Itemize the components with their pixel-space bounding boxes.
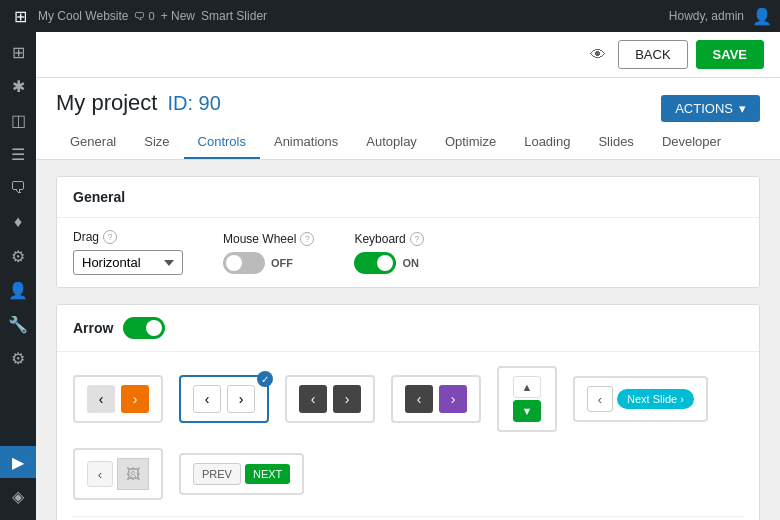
- tab-loading[interactable]: Loading: [510, 126, 584, 159]
- save-button[interactable]: SAVE: [696, 40, 764, 69]
- updown-preview: ▲ ▼: [513, 376, 541, 422]
- keyboard-toggle[interactable]: [354, 252, 396, 274]
- arrow-next-text[interactable]: NEXT: [245, 464, 290, 484]
- arrow-next-4[interactable]: ›: [439, 385, 467, 413]
- sidebar-users-icon[interactable]: 👤: [0, 274, 36, 306]
- arrow-option-1[interactable]: ‹ ›: [73, 375, 163, 423]
- sidebar: ⊞ ✱ ◫ ☰ 🗨 ♦ ⚙ 👤 🔧 ⚙ ▶ ◈: [0, 32, 36, 520]
- arrow-options-row: ‹ › ✓ ‹ › ‹ ›: [73, 366, 743, 500]
- site-name[interactable]: My Cool Website: [38, 9, 128, 23]
- preview-icon[interactable]: 👁: [590, 46, 606, 64]
- keyboard-state: ON: [402, 257, 419, 269]
- sidebar-plugins-icon[interactable]: ⚙: [0, 240, 36, 272]
- howdy-text: Howdy, admin: [669, 9, 744, 23]
- top-toolbar: 👁 BACK SAVE: [36, 32, 780, 78]
- drag-select[interactable]: Horizontal Vertical Both Off: [73, 250, 183, 275]
- arrow-option-3[interactable]: ‹ ›: [285, 375, 375, 423]
- arrow-section: Arrow ‹ › ✓: [56, 304, 760, 520]
- arrow-section-title: Arrow: [73, 320, 113, 336]
- sidebar-media-icon[interactable]: ◫: [0, 104, 36, 136]
- arrow-up-5[interactable]: ▲: [513, 376, 541, 398]
- keyboard-control: Keyboard ? ON: [354, 232, 423, 274]
- chevron-down-icon: ▾: [739, 101, 746, 116]
- project-header: My project ID: 90 ACTIONS ▾ General Size…: [36, 78, 780, 160]
- mouse-wheel-label: Mouse Wheel: [223, 232, 296, 246]
- tab-developer[interactable]: Developer: [648, 126, 735, 159]
- arrow-option-6[interactable]: ‹ Next Slide ›: [573, 376, 708, 422]
- selected-check-icon: ✓: [257, 371, 273, 387]
- sidebar-pages-icon[interactable]: ☰: [0, 138, 36, 170]
- arrow-prev-text[interactable]: PREV: [193, 463, 241, 485]
- sidebar-home-icon[interactable]: ⊞: [0, 36, 36, 68]
- arrow-prev-1[interactable]: ‹: [87, 385, 115, 413]
- content-area: General Drag ? Horizontal Vertical Both: [36, 160, 780, 520]
- arrow-next-3[interactable]: ›: [333, 385, 361, 413]
- arrow-next-2[interactable]: ›: [227, 385, 255, 413]
- mouse-wheel-control: Mouse Wheel ? OFF: [223, 232, 314, 274]
- tab-general[interactable]: General: [56, 126, 130, 159]
- next-slide-preview: ‹ Next Slide ›: [587, 386, 694, 412]
- mouse-wheel-state: OFF: [271, 257, 293, 269]
- arrow-down-5[interactable]: ▼: [513, 400, 541, 422]
- general-section-title: General: [73, 189, 125, 205]
- arrow-next-1[interactable]: ›: [121, 385, 149, 413]
- wp-logo-icon: ⊞: [8, 4, 32, 28]
- plugin-name: Smart Slider: [201, 9, 267, 23]
- sidebar-posts-icon[interactable]: ✱: [0, 70, 36, 102]
- text-arrow-preview: PREV NEXT: [193, 463, 290, 485]
- keyboard-label: Keyboard: [354, 232, 405, 246]
- tab-controls[interactable]: Controls: [184, 126, 260, 159]
- general-controls-row: Drag ? Horizontal Vertical Both Off: [57, 218, 759, 287]
- arrow-prev-4[interactable]: ‹: [405, 385, 433, 413]
- arrow-option-5[interactable]: ▲ ▼: [497, 366, 557, 432]
- main-content: 👁 BACK SAVE My project ID: 90 ACTIONS ▾ …: [36, 32, 780, 520]
- project-title: My project ID: 90: [56, 90, 221, 116]
- arrow-option-7[interactable]: ‹ 🖼: [73, 448, 163, 500]
- sidebar-tools-icon[interactable]: 🔧: [0, 308, 36, 340]
- comments-icon[interactable]: 🗨 0: [134, 10, 154, 22]
- mouse-wheel-help-icon[interactable]: ?: [300, 232, 314, 246]
- arrow-toggle[interactable]: [123, 317, 165, 339]
- arrow-prev-2[interactable]: ‹: [193, 385, 221, 413]
- tab-slides[interactable]: Slides: [584, 126, 647, 159]
- sidebar-comments-icon[interactable]: 🗨: [0, 172, 36, 204]
- tabs-nav: General Size Controls Animations Autopla…: [56, 126, 760, 159]
- general-section: General Drag ? Horizontal Vertical Both: [56, 176, 760, 288]
- next-slide-pill[interactable]: Next Slide ›: [617, 389, 694, 409]
- arrow-prev-7[interactable]: ‹: [87, 461, 113, 487]
- back-button[interactable]: BACK: [618, 40, 687, 69]
- actions-button[interactable]: ACTIONS ▾: [661, 95, 760, 122]
- drag-help-icon[interactable]: ?: [103, 230, 117, 244]
- sidebar-extra-icon[interactable]: ◈: [0, 480, 36, 512]
- arrow-bottom-controls: Previous ‹ › Color FFFFFFCC: [73, 516, 743, 520]
- mouse-wheel-toggle[interactable]: [223, 252, 265, 274]
- project-id: ID: 90: [167, 92, 220, 115]
- drag-label: Drag: [73, 230, 99, 244]
- tab-optimize[interactable]: Optimize: [431, 126, 510, 159]
- sidebar-appearance-icon[interactable]: ♦: [0, 206, 36, 238]
- arrow-image-icon: 🖼: [117, 458, 149, 490]
- arrow-option-2[interactable]: ✓ ‹ ›: [179, 375, 269, 423]
- admin-bar: ⊞ My Cool Website 🗨 0 + New Smart Slider…: [0, 0, 780, 32]
- image-arrow-preview: ‹ 🖼: [87, 458, 149, 490]
- tab-size[interactable]: Size: [130, 126, 183, 159]
- drag-control: Drag ? Horizontal Vertical Both Off: [73, 230, 183, 275]
- sidebar-smartslider-icon[interactable]: ▶: [0, 446, 36, 478]
- sidebar-settings-icon[interactable]: ⚙: [0, 342, 36, 374]
- tab-autoplay[interactable]: Autoplay: [352, 126, 431, 159]
- arrow-prev-3[interactable]: ‹: [299, 385, 327, 413]
- arrow-prev-6[interactable]: ‹: [587, 386, 613, 412]
- keyboard-help-icon[interactable]: ?: [410, 232, 424, 246]
- arrow-option-8[interactable]: PREV NEXT: [179, 453, 304, 495]
- user-avatar-icon: 👤: [752, 7, 772, 26]
- tab-animations[interactable]: Animations: [260, 126, 352, 159]
- arrow-option-4[interactable]: ‹ ›: [391, 375, 481, 423]
- new-button[interactable]: + New: [161, 9, 195, 23]
